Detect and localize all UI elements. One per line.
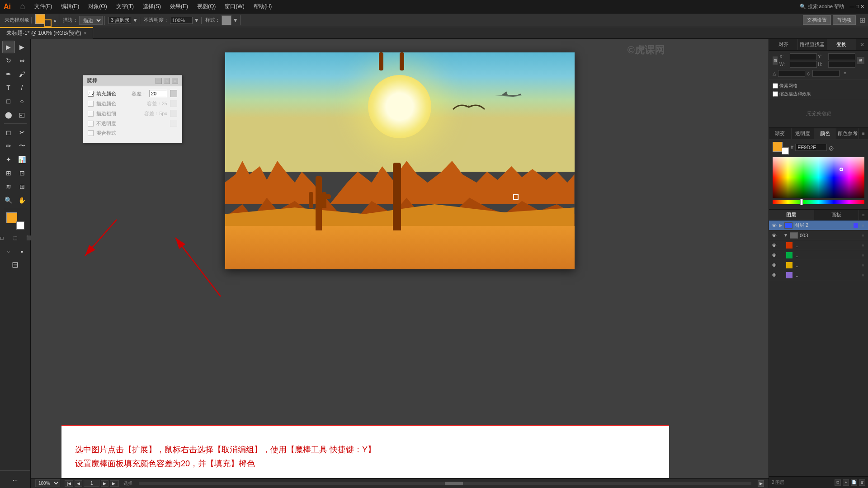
rotate-tool[interactable]: ↻ <box>2 54 15 67</box>
panel-close[interactable]: × <box>164 78 170 84</box>
stroke-color-checkbox[interactable] <box>88 101 94 107</box>
extra-tool-2[interactable]: ● <box>16 245 28 258</box>
brush-select[interactable]: 描边 <box>79 16 103 25</box>
screen-mode[interactable]: ⊟ <box>9 258 22 271</box>
prev-page-button[interactable]: ◀ <box>75 480 82 487</box>
artboards-tab[interactable]: 画板 <box>814 210 859 220</box>
doc-setup-button[interactable]: 文档设置 <box>803 15 831 25</box>
eraser-tool[interactable]: ◻ <box>2 126 15 139</box>
no-color-icon[interactable]: ⊘ <box>829 145 834 152</box>
color-tab[interactable]: 颜色 <box>814 128 837 139</box>
menu-edit[interactable]: 编辑(E) <box>57 2 83 11</box>
layer-red-visibility[interactable]: 👁 <box>771 242 777 249</box>
artboard-tool[interactable]: ⊞ <box>2 167 15 179</box>
chart-tool[interactable]: 📊 <box>16 153 28 166</box>
layer-row-003[interactable]: 👁 ▼ 003 ○ <box>769 230 868 240</box>
more-options-icon[interactable]: ≡ <box>841 70 849 77</box>
background-color[interactable] <box>16 221 24 230</box>
direct-select-tool[interactable]: ▶ <box>16 41 28 53</box>
scroll-right-button[interactable]: ▶ <box>758 480 764 487</box>
opacity-checkbox[interactable] <box>88 121 94 127</box>
hand-tool[interactable]: ✋ <box>16 194 28 206</box>
pathfinder-tab[interactable]: 路径查找器 <box>798 39 827 50</box>
free-transform-tool[interactable]: ⊞ <box>16 180 28 193</box>
y-input[interactable] <box>828 53 855 60</box>
fill-tolerance-increment[interactable]: › <box>170 90 177 97</box>
brush-tool[interactable]: 🖌 <box>16 68 28 80</box>
layer-row-purple[interactable]: 👁 ... ○ <box>769 270 868 280</box>
brush-type-input[interactable] <box>108 17 131 24</box>
fill-color-swatch[interactable] <box>35 14 45 24</box>
menu-object[interactable]: 对象(O) <box>85 2 110 11</box>
scrollbar-thumb[interactable] <box>445 482 463 485</box>
page-number-input[interactable] <box>84 480 99 487</box>
stroke-tolerance-increment[interactable]: › <box>170 100 177 107</box>
arrange-icon[interactable]: ⊞ <box>859 16 865 24</box>
layer-yellow-lock[interactable]: ○ <box>860 263 866 267</box>
gradient-tab[interactable]: 渐变 <box>769 128 792 139</box>
transparency-tab[interactable]: 透明度 <box>792 128 814 139</box>
bg-color-swatch[interactable] <box>782 147 789 155</box>
new-layer-button[interactable]: 📄 <box>851 479 857 486</box>
fg-color-swatch[interactable] <box>773 142 783 152</box>
hex-input[interactable] <box>795 144 827 151</box>
stroke-color-swatch[interactable] <box>44 19 52 27</box>
paint-bucket-tool[interactable]: ⬤ <box>2 108 15 121</box>
angle-input[interactable] <box>778 70 805 77</box>
x-input[interactable] <box>790 53 817 60</box>
color-spectrum[interactable] <box>773 157 864 198</box>
align-pixel-grid-checkbox[interactable] <box>773 83 778 89</box>
layer-row-layer2[interactable]: 👁 ▶ 图层 2 ○ <box>769 221 868 230</box>
pen-tool[interactable]: ✒ <box>2 68 15 80</box>
layer-green-visibility[interactable]: 👁 <box>771 252 777 258</box>
link-proportions-icon[interactable]: ⛓ <box>857 57 864 64</box>
h-input[interactable] <box>828 61 855 68</box>
opacity-increment[interactable]: › <box>170 120 177 127</box>
layer-row-red[interactable]: 👁 ... ○ <box>769 240 868 250</box>
opacity-dropdown[interactable]: ▼ <box>194 17 199 23</box>
layer2-lock[interactable]: ○ <box>860 223 866 228</box>
fill-tolerance-input[interactable] <box>149 90 167 97</box>
warp-tool[interactable]: ≋ <box>2 180 15 193</box>
gradient-tool[interactable]: ◱ <box>16 108 28 121</box>
rect-tool[interactable]: □ <box>2 95 15 108</box>
w-input[interactable] <box>790 61 817 68</box>
layer-purple-lock[interactable]: ○ <box>860 273 866 277</box>
last-page-button[interactable]: ▶| <box>110 480 118 487</box>
layer-row-green[interactable]: 👁 ... ○ <box>769 250 868 260</box>
select-tool[interactable]: ▶ <box>2 41 15 53</box>
transform-tab[interactable]: 变换 <box>827 39 856 50</box>
first-page-button[interactable]: |◀ <box>65 480 73 487</box>
make-clip-mask-button[interactable]: ⊡ <box>835 479 841 486</box>
artwork-canvas[interactable] <box>225 52 575 269</box>
next-page-button[interactable]: ▶ <box>101 480 108 487</box>
opacity-input[interactable] <box>170 17 193 24</box>
zoom-select[interactable]: 100% 50% 200% <box>35 479 60 487</box>
panel-menu[interactable]: ≡ <box>172 78 178 84</box>
shear-input[interactable] <box>812 70 840 77</box>
layer2-visibility[interactable]: 👁 <box>771 222 777 229</box>
smooth-tool[interactable]: 〜 <box>16 140 28 152</box>
normal-draw-mode[interactable]: ◻ <box>0 231 8 244</box>
window-controls[interactable]: — □ ✕ <box>849 4 864 9</box>
menu-effect[interactable]: 效果(E) <box>166 2 192 11</box>
layer-003-expand-icon[interactable]: ▼ <box>783 233 788 238</box>
new-sublayer-button[interactable]: + <box>843 479 849 486</box>
layer-row-yellow[interactable]: 👁 ... ○ <box>769 260 868 270</box>
horizontal-scrollbar[interactable] <box>139 482 751 485</box>
stroke-width-increment[interactable]: › <box>170 110 177 117</box>
menu-file[interactable]: 文件(F) <box>31 2 56 11</box>
more-tools[interactable]: ··· <box>9 474 22 486</box>
delete-layer-button[interactable]: 🗑 <box>859 479 865 486</box>
panel-minimize[interactable]: — <box>156 78 162 84</box>
color-panel-menu[interactable]: ≡ <box>859 128 868 139</box>
layer-yellow-visibility[interactable]: 👁 <box>771 262 777 268</box>
type-tool[interactable]: T <box>2 81 15 94</box>
scissors-tool[interactable]: ✂ <box>16 126 28 139</box>
layer-003-visibility[interactable]: 👁 <box>771 232 777 239</box>
fill-color-checkbox[interactable]: ✓ <box>88 91 94 97</box>
stroke-width-checkbox[interactable] <box>88 111 94 117</box>
menu-view[interactable]: 视图(Q) <box>193 2 219 11</box>
scale-stroke-checkbox[interactable] <box>773 91 778 97</box>
home-icon[interactable]: ⌂ <box>16 0 29 13</box>
